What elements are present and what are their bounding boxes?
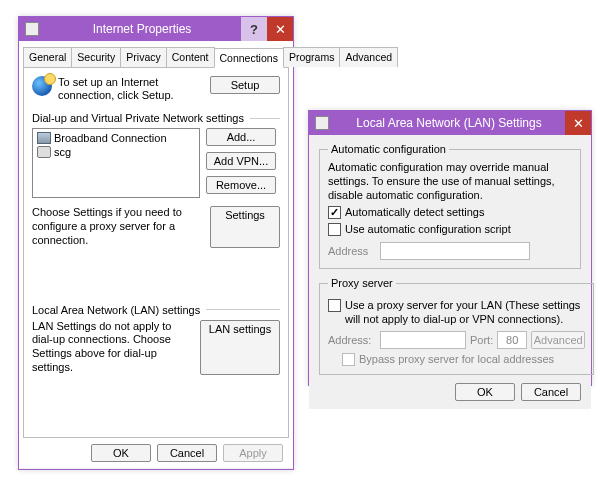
proxy-address-input[interactable] xyxy=(380,331,466,349)
close-button[interactable]: ✕ xyxy=(565,111,591,135)
settings-text: Choose Settings if you need to configure… xyxy=(32,206,204,247)
cancel-button[interactable]: Cancel xyxy=(157,444,217,462)
script-address-input[interactable] xyxy=(380,242,530,260)
tab-advanced[interactable]: Advanced xyxy=(339,47,398,67)
ip-tabs: General Security Privacy Content Connect… xyxy=(23,47,289,68)
tab-content[interactable]: Content xyxy=(166,47,215,67)
dial-section-label: Dial-up and Virtual Private Network sett… xyxy=(32,112,244,124)
remove-button[interactable]: Remove... xyxy=(206,176,276,194)
auto-detect-label: Automatically detect settings xyxy=(345,206,484,218)
help-button[interactable]: ? xyxy=(241,17,267,41)
broadband-icon xyxy=(37,132,51,144)
ok-button[interactable]: OK xyxy=(455,383,515,401)
apply-button[interactable]: Apply xyxy=(223,444,283,462)
connection-item[interactable]: scg xyxy=(35,145,197,159)
use-proxy-checkbox[interactable] xyxy=(328,299,341,312)
use-script-label: Use automatic configuration script xyxy=(345,223,511,235)
ip-dialog-buttons: OK Cancel Apply xyxy=(23,438,289,462)
automatic-configuration-group: Automatic configuration Automatic config… xyxy=(319,143,581,269)
advanced-button[interactable]: Advanced xyxy=(531,331,585,349)
ip-title: Internet Properties xyxy=(43,22,241,36)
lan-text: LAN Settings do not apply to dial-up con… xyxy=(32,320,194,375)
globe-icon xyxy=(32,76,52,96)
ok-button[interactable]: OK xyxy=(91,444,151,462)
close-button[interactable]: ✕ xyxy=(267,17,293,41)
bypass-label: Bypass proxy server for local addresses xyxy=(359,353,554,365)
setup-text: To set up an Internet connection, click … xyxy=(58,76,204,102)
tab-connections[interactable]: Connections xyxy=(214,48,284,68)
proxy-legend: Proxy server xyxy=(328,277,396,289)
setup-button[interactable]: Setup xyxy=(210,76,280,94)
divider xyxy=(206,309,280,310)
tab-security[interactable]: Security xyxy=(71,47,121,67)
internet-properties-window: Internet Properties ? ✕ General Security… xyxy=(18,16,294,470)
settings-button[interactable]: Settings xyxy=(210,206,280,247)
lan-settings-window: Local Area Network (LAN) Settings ✕ Auto… xyxy=(308,110,592,386)
cancel-button[interactable]: Cancel xyxy=(521,383,581,401)
tab-programs[interactable]: Programs xyxy=(283,47,341,67)
connections-list[interactable]: Broadband Connection scg xyxy=(32,128,200,198)
use-script-checkbox[interactable] xyxy=(328,223,341,236)
proxy-address-label: Address: xyxy=(328,334,376,346)
divider xyxy=(250,118,280,119)
lan-title: Local Area Network (LAN) Settings xyxy=(333,116,565,130)
tab-privacy[interactable]: Privacy xyxy=(120,47,166,67)
proxy-port-label: Port: xyxy=(470,334,493,346)
use-proxy-label: Use a proxy server for your LAN (These s… xyxy=(345,299,585,327)
bypass-checkbox[interactable] xyxy=(342,353,355,366)
lan-dialog-buttons: OK Cancel xyxy=(319,383,581,401)
auto-config-note: Automatic configuration may override man… xyxy=(328,161,572,202)
script-address-label: Address xyxy=(328,245,376,257)
add-vpn-button[interactable]: Add VPN... xyxy=(206,152,276,170)
connection-name: Broadband Connection xyxy=(54,132,167,144)
ip-titlebar: Internet Properties ? ✕ xyxy=(19,17,293,41)
connection-name: scg xyxy=(54,146,71,158)
lan-titlebar: Local Area Network (LAN) Settings ✕ xyxy=(309,111,591,135)
dialup-icon xyxy=(37,146,51,158)
connections-panel: To set up an Internet connection, click … xyxy=(23,68,289,438)
auto-config-legend: Automatic configuration xyxy=(328,143,449,155)
connection-item[interactable]: Broadband Connection xyxy=(35,131,197,145)
proxy-port-input[interactable]: 80 xyxy=(497,331,527,349)
auto-detect-checkbox[interactable] xyxy=(328,206,341,219)
lan-section-label: Local Area Network (LAN) settings xyxy=(32,304,200,316)
ip-window-controls: ? ✕ xyxy=(241,17,293,41)
proxy-server-group: Proxy server Use a proxy server for your… xyxy=(319,277,594,375)
add-button[interactable]: Add... xyxy=(206,128,276,146)
window-icon xyxy=(315,116,329,130)
lan-window-controls: ✕ xyxy=(565,111,591,135)
tab-general[interactable]: General xyxy=(23,47,72,67)
lan-settings-button[interactable]: LAN settings xyxy=(200,320,280,375)
window-icon xyxy=(25,22,39,36)
